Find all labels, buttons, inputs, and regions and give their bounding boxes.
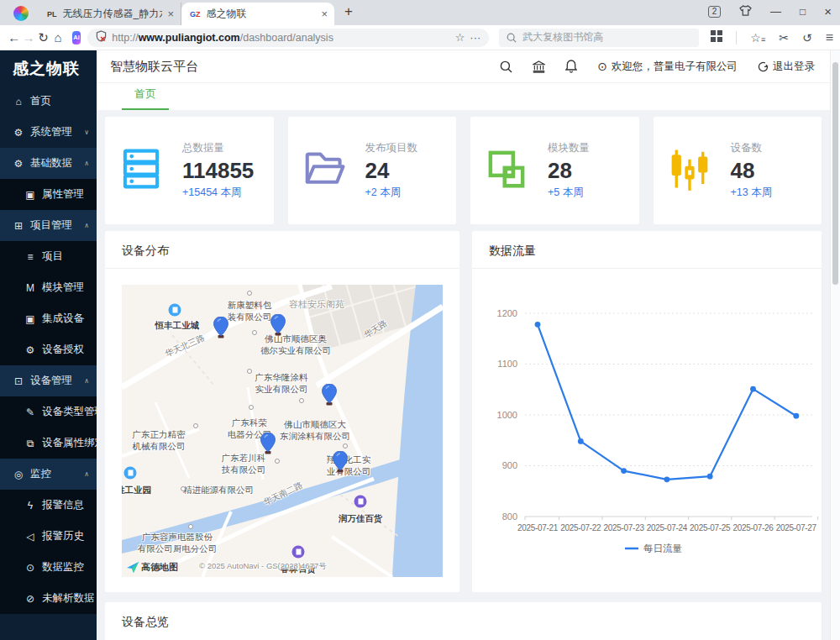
close-window-button[interactable]: × [824,4,832,18]
device-marker-icon[interactable] [322,384,337,407]
browser-logo-icon[interactable] [13,6,29,21]
svg-text:2025-07-27: 2025-07-27 [776,523,817,532]
apps-grid-icon[interactable] [711,30,722,45]
quick-search-box[interactable]: 武大复核图书馆高 [499,29,699,47]
data-monitoring-icon: ⊙ [24,562,36,574]
sidebar-item-attribute-management[interactable]: ▣属性管理 [0,179,97,210]
device-marker-icon[interactable] [333,451,348,474]
device-map[interactable]: 新康塑料包 装有限公司容桂安乐阁苑恒丰工业城华天北三路佛山市顺德区奥 德尔实业有… [122,285,443,577]
sidebar-item-module-management[interactable]: M模块管理 [0,272,97,303]
browser-tab-1[interactable]: PL 无线压力传感器_静力水准仪_ × [39,3,181,25]
chevron-up-icon: ∧ [84,160,89,167]
browser-tab-2[interactable]: GZ 感之物联 × [181,3,334,25]
sidebar-item-device-type-management[interactable]: ✎设备类型管理 [0,396,97,428]
sidebar-item-device-management[interactable]: ⊡设备管理∧ [0,365,97,396]
svg-text:900: 900 [502,460,517,470]
maximize-button[interactable]: □ [800,6,806,18]
poi-dot [247,369,252,374]
bookmark-star-icon[interactable]: ☆ [455,31,465,44]
sidebar-item-label: 监控 [30,467,51,481]
sidebar-item-label: 项目 [42,249,63,264]
poi-dot [249,405,254,410]
sidebar-item-project[interactable]: ≡项目 [0,241,97,272]
dashboard-content: 总数据量114855+15454 本周发布项目数24+2 本周模块数量28+5 … [97,110,840,640]
project-icon: ≡ [24,251,36,263]
forward-icon[interactable]: → [21,30,35,45]
search-icon [507,33,517,43]
notification-bell-icon[interactable] [565,60,577,73]
amap-logo: 高德地图 [127,561,178,574]
chevron-up-icon: ∧ [84,377,89,385]
org-bank-icon[interactable] [533,60,545,73]
stat-label: 模块数量 [548,141,590,155]
minimize-button[interactable]: — [770,5,781,18]
tab2-title: 感之物联 [207,7,317,21]
device-distribution-panel: 设备分布 新康塑料包 装有限公司容桂安乐阁苑恒丰工业城华天北三路佛山市顺德区奥 … [105,231,459,592]
device-overview-title: 设备总览 [105,602,822,640]
header-search-icon[interactable] [500,60,512,73]
browser-home-icon[interactable]: ⌂ [50,30,65,45]
scissors-icon[interactable]: ✂ [779,31,789,45]
sidebar-item-device-attribute-binding[interactable]: ⧉设备属性绑定 [0,428,97,459]
tab-count-badge[interactable]: 2 [708,6,721,18]
welcome-user[interactable]: ⊙ 欢迎您，普量电子有限公司 [597,60,738,74]
menu-icon[interactable]: ≡ [826,30,833,45]
monitoring-icon: ◎ [13,469,24,480]
scrollbar-thumb[interactable] [832,62,838,285]
address-bar[interactable]: http://www.puliangiot.com/dashboard/anal… [87,29,489,47]
tab2-close-icon[interactable]: × [321,8,328,20]
device-authorization-icon: ⚙ [24,344,36,356]
module-count-card: 模块数量28+5 本周 [470,117,639,224]
sidebar-item-label: 数据监控 [42,560,84,574]
sidebar-item-monitoring[interactable]: ◎监控∧ [0,459,97,490]
device-management-icon: ⊡ [13,375,24,387]
module-management-icon: M [24,282,36,294]
undo-icon[interactable]: ↺ [802,31,812,45]
sidebar-item-integrated-device[interactable]: ▣集成设备 [0,303,97,334]
more-dots-icon[interactable]: ··· [470,31,480,44]
page-tabstrip: 首页 [97,82,840,110]
candlestick-icon [667,146,714,195]
stat-trend: +15454 本周 [182,186,254,200]
device-marker-icon[interactable] [260,433,276,455]
main-area: 智慧物联云平台 ⊙ 欢迎您，普量电子有限公司 [97,50,840,640]
stat-label: 总数据量 [182,141,254,155]
browser-tab-bar: PL 无线压力传感器_静力水准仪_ × GZ 感之物联 × + 2 — □ × [0,0,840,25]
sidebar-item-alarm-info[interactable]: ϟ报警信息 [0,490,97,521]
insecure-shield-icon[interactable] [96,30,107,45]
refresh-icon[interactable]: ↻ [36,30,50,45]
platform-title: 智慧物联云平台 [110,59,198,75]
sidebar-item-unparsed-data[interactable]: ⊘未解析数据 [0,583,97,614]
back-icon[interactable]: ← [7,30,21,45]
svg-text:2025-07-24: 2025-07-24 [647,523,688,532]
poi-dot [193,423,198,428]
sidebar-item-alarm-history[interactable]: ◁报警历史 [0,521,97,552]
tab1-close-icon[interactable]: × [167,8,174,20]
sidebar-item-home[interactable]: ⌂首页 [0,86,97,117]
app-logo[interactable]: 感之物联 [0,50,97,86]
browser-toolbar: ← → ↻ ⌂ AI http://www.puliangiot.com/das… [0,25,840,50]
sidebar-item-data-monitoring[interactable]: ⊙数据监控 [0,552,97,583]
folder-icon [302,146,349,195]
url-text[interactable]: http://www.puliangiot.com/dashboard/anal… [112,32,333,44]
sidebar-item-label: 报警信息 [42,498,84,512]
device-marker-icon[interactable] [213,317,228,339]
new-tab-button[interactable]: + [344,3,353,20]
modules-icon [484,146,531,195]
data-traffic-title: 数据流量 [472,231,822,269]
device-marker-icon[interactable] [270,314,286,337]
sidebar-item-project-management[interactable]: ⊞项目管理∧ [0,210,97,241]
sidebar-item-system-management[interactable]: ⚙系统管理∨ [0,117,97,148]
favorites-icon[interactable]: ☆≡ [750,31,765,45]
page-scrollbar[interactable] [830,50,840,640]
ai-assistant-icon[interactable]: AI [72,31,81,45]
theme-shirt-icon[interactable] [739,5,752,18]
database-icon [118,146,165,195]
sidebar-item-device-authorization[interactable]: ⚙设备授权 [0,334,97,365]
tab-home[interactable]: 首页 [122,87,169,110]
integrated-device-icon: ▣ [24,313,36,325]
sidebar-item-basic-data[interactable]: ⚙基础数据∧ [0,148,97,179]
legend-daily-traffic[interactable]: 每日流量 [625,543,683,553]
logout-button[interactable]: 退出登录 [758,60,815,74]
svg-text:2025-07-26: 2025-07-26 [732,523,774,532]
